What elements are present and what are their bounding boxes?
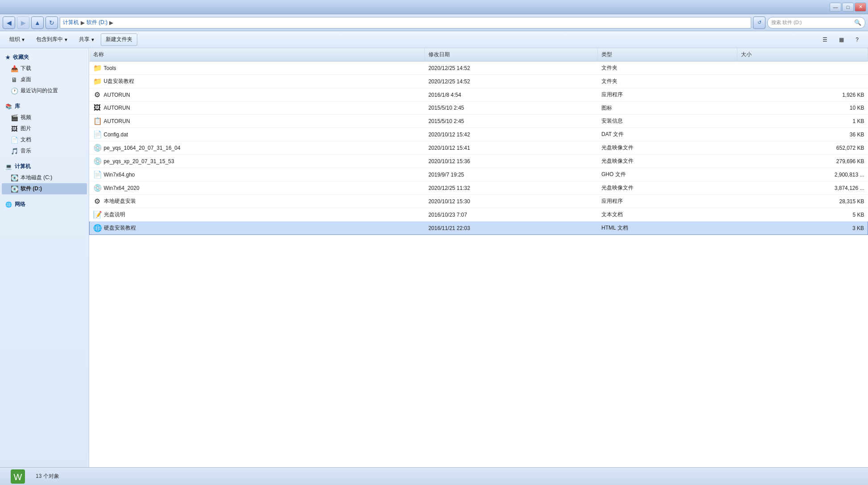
file-icon-6: 💿 bbox=[93, 144, 101, 152]
back-button[interactable]: ◀ bbox=[3, 16, 15, 29]
file-size-4: 1 KB bbox=[737, 115, 868, 128]
sidebar-item-picture[interactable]: 🖼 图片 bbox=[2, 123, 87, 134]
file-type-7: 光盘映像文件 bbox=[598, 155, 737, 168]
file-icon-2: ⚙ bbox=[93, 90, 101, 99]
file-name-5: Config.dat bbox=[104, 132, 128, 138]
sidebar-item-download[interactable]: 📥 下载 bbox=[2, 63, 87, 74]
table-row[interactable]: 📁Tools2020/12/25 14:52文件夹 bbox=[90, 62, 868, 75]
table-row[interactable]: 🌐硬盘安装教程2016/11/21 22:03HTML 文档3 KB bbox=[90, 222, 868, 235]
file-type-11: 文本文档 bbox=[598, 208, 737, 222]
file-icon-1: 📁 bbox=[93, 77, 101, 86]
table-row[interactable]: 📝光盘说明2016/10/23 7:07文本文档5 KB bbox=[90, 208, 868, 222]
video-icon: 🎬 bbox=[11, 114, 18, 121]
file-type-4: 安装信息 bbox=[598, 115, 737, 128]
file-icon-4: 📋 bbox=[93, 117, 101, 125]
refresh-button[interactable]: ↻ bbox=[45, 16, 58, 29]
breadcrumb-computer[interactable]: 计算机 bbox=[63, 19, 79, 26]
file-icon-7: 💿 bbox=[93, 157, 101, 165]
share-button[interactable]: 共享 ▾ bbox=[74, 33, 99, 46]
include-library-button[interactable]: 包含到库中 ▾ bbox=[31, 33, 72, 46]
video-label: 视频 bbox=[21, 114, 31, 121]
main-container: ★ 收藏夹 📥 下载 🖥 桌面 🕐 最近访问的位置 📚 库 bbox=[0, 48, 868, 467]
new-folder-button[interactable]: 新建文件夹 bbox=[101, 33, 137, 46]
forward-button[interactable]: ▶ bbox=[17, 16, 29, 29]
sidebar-header-favorites[interactable]: ★ 收藏夹 bbox=[2, 52, 87, 63]
preview-button[interactable]: ▦ bbox=[834, 33, 849, 46]
table-row[interactable]: 💿pe_yqs_xp_20_07_31_15_532020/10/12 15:3… bbox=[90, 155, 868, 168]
table-row[interactable]: ⚙本地硬盘安装2020/10/12 15:30应用程序28,315 KB bbox=[90, 195, 868, 208]
sidebar-section-computer: 💻 计算机 💽 本地磁盘 (C:) 💽 软件 (D:) bbox=[2, 161, 87, 194]
toolbar: 组织 ▾ 包含到库中 ▾ 共享 ▾ 新建文件夹 ☰ ▦ ? bbox=[0, 31, 868, 48]
title-bar-buttons: — □ ✕ bbox=[830, 3, 866, 12]
minimize-button[interactable]: — bbox=[830, 3, 841, 12]
status-count: 13 个对象 bbox=[36, 473, 59, 480]
view-button[interactable]: ☰ bbox=[818, 33, 832, 46]
music-icon: 🎵 bbox=[11, 148, 18, 155]
close-button[interactable]: ✕ bbox=[855, 3, 866, 12]
file-size-1 bbox=[737, 75, 868, 88]
picture-label: 图片 bbox=[21, 125, 31, 132]
file-type-6: 光盘映像文件 bbox=[598, 141, 737, 155]
search-box[interactable]: 搜索 软件 (D:) 🔍 bbox=[767, 17, 865, 29]
sidebar-header-computer[interactable]: 💻 计算机 bbox=[2, 161, 87, 172]
table-row[interactable]: 🖼AUTORUN2015/5/10 2:45图标10 KB bbox=[90, 102, 868, 115]
status-app-icon: W bbox=[9, 469, 27, 485]
file-modified-0: 2020/12/25 14:52 bbox=[425, 62, 598, 75]
sidebar-header-network[interactable]: 🌐 网络 bbox=[2, 199, 87, 210]
table-row[interactable]: 💿Win7x64_20202020/12/25 11:32光盘映像文件3,874… bbox=[90, 181, 868, 195]
breadcrumb-bar[interactable]: 计算机 ▶ 软件 (D:) ▶ bbox=[60, 17, 751, 29]
table-row[interactable]: 📋AUTORUN2015/5/10 2:45安装信息1 KB bbox=[90, 115, 868, 128]
file-modified-10: 2020/10/12 15:30 bbox=[425, 195, 598, 208]
star-icon: ★ bbox=[5, 54, 10, 61]
up-button[interactable]: ▲ bbox=[31, 16, 44, 29]
breadcrumb-drive[interactable]: 软件 (D:) bbox=[86, 19, 107, 26]
table-row[interactable]: 📄Config.dat2020/10/12 15:42DAT 文件36 KB bbox=[90, 128, 868, 141]
local-d-label: 软件 (D:) bbox=[21, 185, 42, 193]
file-name-4: AUTORUN bbox=[104, 118, 130, 124]
search-icon: 🔍 bbox=[854, 19, 861, 26]
table-row[interactable]: ⚙AUTORUN2016/1/8 4:54应用程序1,926 KB bbox=[90, 88, 868, 102]
network-label: 网络 bbox=[15, 201, 25, 208]
sidebar-item-recent[interactable]: 🕐 最近访问的位置 bbox=[2, 85, 87, 96]
file-name-10: 本地硬盘安装 bbox=[104, 197, 136, 205]
file-size-12: 3 KB bbox=[737, 222, 868, 235]
sidebar-item-video[interactable]: 🎬 视频 bbox=[2, 112, 87, 123]
file-icon-3: 🖼 bbox=[93, 104, 101, 112]
recent-icon: 🕐 bbox=[11, 87, 18, 95]
music-label: 音乐 bbox=[21, 147, 31, 155]
maximize-button[interactable]: □ bbox=[842, 3, 854, 12]
computer-icon: 💻 bbox=[5, 164, 12, 170]
file-name-9: Win7x64_2020 bbox=[104, 185, 140, 191]
sidebar-item-desktop[interactable]: 🖥 桌面 bbox=[2, 74, 87, 85]
sidebar-item-local-d[interactable]: 💽 软件 (D:) bbox=[2, 183, 87, 194]
sidebar-item-music[interactable]: 🎵 音乐 bbox=[2, 145, 87, 156]
col-header-modified[interactable]: 修改日期 bbox=[425, 48, 598, 62]
col-header-size[interactable]: 大小 bbox=[737, 48, 868, 62]
file-pane[interactable]: 名称 修改日期 类型 大小 📁Tools2020/12/25 14:52文件夹📁… bbox=[89, 48, 868, 467]
file-size-5: 36 KB bbox=[737, 128, 868, 141]
include-library-label: 包含到库中 bbox=[36, 36, 63, 43]
file-size-7: 279,696 KB bbox=[737, 155, 868, 168]
file-modified-7: 2020/10/12 15:36 bbox=[425, 155, 598, 168]
file-name-7: pe_yqs_xp_20_07_31_15_53 bbox=[104, 158, 174, 164]
sidebar-item-document[interactable]: 📄 文档 bbox=[2, 134, 87, 145]
file-icon-10: ⚙ bbox=[93, 197, 101, 206]
file-name-2: AUTORUN bbox=[104, 92, 130, 98]
table-row[interactable]: 📄Win7x64.gho2019/9/7 19:25GHO 文件2,900,81… bbox=[90, 168, 868, 181]
help-button[interactable]: ? bbox=[851, 33, 864, 46]
col-header-name[interactable]: 名称 bbox=[90, 48, 425, 62]
file-name-3: AUTORUN bbox=[104, 105, 130, 111]
sidebar-section-library: 📚 库 🎬 视频 🖼 图片 📄 文档 🎵 音乐 bbox=[2, 101, 87, 156]
file-modified-11: 2016/10/23 7:07 bbox=[425, 208, 598, 222]
file-type-2: 应用程序 bbox=[598, 88, 737, 102]
sidebar-header-library[interactable]: 📚 库 bbox=[2, 101, 87, 112]
organize-button[interactable]: 组织 ▾ bbox=[4, 33, 29, 46]
table-row[interactable]: 📁U盘安装教程2020/12/25 14:52文件夹 bbox=[90, 75, 868, 88]
document-label: 文档 bbox=[21, 136, 31, 144]
file-icon-5: 📄 bbox=[93, 130, 101, 139]
col-header-type[interactable]: 类型 bbox=[598, 48, 737, 62]
sidebar-item-local-c[interactable]: 💽 本地磁盘 (C:) bbox=[2, 172, 87, 183]
table-header-row: 名称 修改日期 类型 大小 bbox=[90, 48, 868, 62]
refresh-icon-btn[interactable]: ↺ bbox=[753, 16, 765, 29]
table-row[interactable]: 💿pe_yqs_1064_20_07_31_16_042020/10/12 15… bbox=[90, 141, 868, 155]
